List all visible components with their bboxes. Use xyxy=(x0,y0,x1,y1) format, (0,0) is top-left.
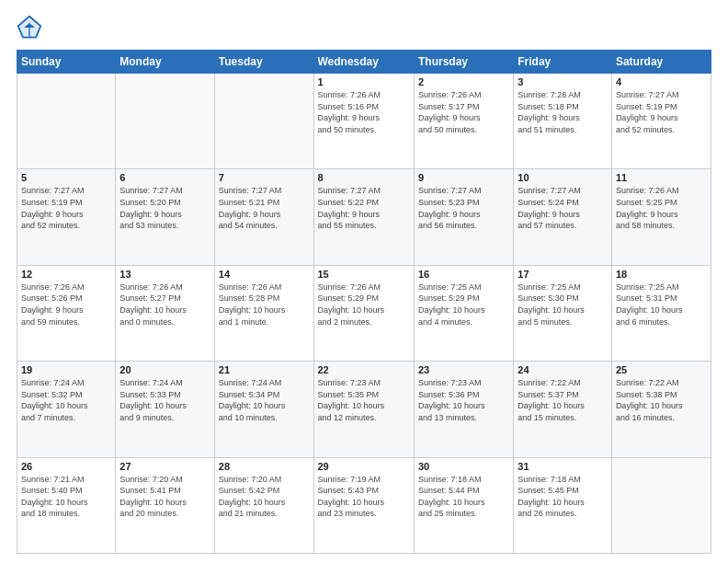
day-number: 21 xyxy=(219,364,310,375)
day-info: Sunrise: 7:22 AMSunset: 5:37 PMDaylight:… xyxy=(518,377,608,423)
day-number: 6 xyxy=(119,172,210,183)
day-number: 30 xyxy=(418,461,509,472)
col-header-thursday: Thursday xyxy=(414,51,513,74)
calendar-cell: 25Sunrise: 7:22 AMSunset: 5:38 PMDayligh… xyxy=(611,362,711,457)
col-header-sunday: Sunday xyxy=(17,51,116,74)
week-row-4: 19Sunrise: 7:24 AMSunset: 5:32 PMDayligh… xyxy=(17,362,711,457)
col-header-wednesday: Wednesday xyxy=(313,51,414,74)
calendar-cell: 18Sunrise: 7:25 AMSunset: 5:31 PMDayligh… xyxy=(611,265,711,361)
day-number: 14 xyxy=(219,269,310,280)
calendar-cell: 16Sunrise: 7:25 AMSunset: 5:29 PMDayligh… xyxy=(414,265,513,361)
calendar-table: SundayMondayTuesdayWednesdayThursdayFrid… xyxy=(17,50,711,554)
day-info: Sunrise: 7:26 AMSunset: 5:17 PMDaylight:… xyxy=(418,89,509,135)
calendar-header-row: SundayMondayTuesdayWednesdayThursdayFrid… xyxy=(17,51,711,74)
calendar-cell xyxy=(611,457,711,553)
calendar-cell: 10Sunrise: 7:27 AMSunset: 5:24 PMDayligh… xyxy=(514,169,612,265)
calendar-cell: 12Sunrise: 7:26 AMSunset: 5:26 PMDayligh… xyxy=(17,265,116,361)
day-number: 26 xyxy=(21,461,111,472)
calendar-cell: 30Sunrise: 7:18 AMSunset: 5:44 PMDayligh… xyxy=(414,457,513,553)
day-info: Sunrise: 7:25 AMSunset: 5:30 PMDaylight:… xyxy=(518,282,608,327)
day-number: 13 xyxy=(119,269,210,280)
calendar-cell: 20Sunrise: 7:24 AMSunset: 5:33 PMDayligh… xyxy=(116,362,214,457)
day-number: 17 xyxy=(518,269,608,280)
calendar-cell xyxy=(17,74,116,169)
calendar-cell: 3Sunrise: 7:26 AMSunset: 5:18 PMDaylight… xyxy=(514,74,612,169)
day-number: 24 xyxy=(518,364,608,375)
day-info: Sunrise: 7:21 AMSunset: 5:40 PMDaylight:… xyxy=(21,474,111,520)
day-info: Sunrise: 7:22 AMSunset: 5:38 PMDaylight:… xyxy=(616,377,707,423)
day-number: 1 xyxy=(318,76,410,87)
day-number: 31 xyxy=(518,461,608,472)
day-info: Sunrise: 7:24 AMSunset: 5:33 PMDaylight:… xyxy=(119,377,210,423)
day-info: Sunrise: 7:26 AMSunset: 5:26 PMDaylight:… xyxy=(21,282,111,327)
week-row-1: 1Sunrise: 7:26 AMSunset: 5:16 PMDaylight… xyxy=(17,74,711,169)
calendar-cell: 2Sunrise: 7:26 AMSunset: 5:17 PMDaylight… xyxy=(414,74,513,169)
calendar-cell: 15Sunrise: 7:26 AMSunset: 5:29 PMDayligh… xyxy=(313,265,414,361)
calendar-cell: 13Sunrise: 7:26 AMSunset: 5:27 PMDayligh… xyxy=(116,265,214,361)
calendar-cell: 31Sunrise: 7:18 AMSunset: 5:45 PMDayligh… xyxy=(514,457,612,553)
calendar-cell: 22Sunrise: 7:23 AMSunset: 5:35 PMDayligh… xyxy=(313,362,414,457)
calendar-cell: 28Sunrise: 7:20 AMSunset: 5:42 PMDayligh… xyxy=(214,457,313,553)
day-info: Sunrise: 7:26 AMSunset: 5:16 PMDaylight:… xyxy=(318,89,410,135)
calendar-cell: 23Sunrise: 7:23 AMSunset: 5:36 PMDayligh… xyxy=(414,362,513,457)
day-number: 3 xyxy=(518,76,608,87)
day-info: Sunrise: 7:27 AMSunset: 5:23 PMDaylight:… xyxy=(418,185,509,231)
logo-icon xyxy=(17,15,42,40)
day-number: 5 xyxy=(21,172,111,183)
day-info: Sunrise: 7:27 AMSunset: 5:20 PMDaylight:… xyxy=(119,185,210,231)
day-number: 20 xyxy=(119,364,210,375)
calendar-cell: 6Sunrise: 7:27 AMSunset: 5:20 PMDaylight… xyxy=(116,169,214,265)
col-header-tuesday: Tuesday xyxy=(214,51,313,74)
day-info: Sunrise: 7:24 AMSunset: 5:34 PMDaylight:… xyxy=(219,377,310,423)
day-info: Sunrise: 7:27 AMSunset: 5:19 PMDaylight:… xyxy=(616,89,707,135)
calendar-cell: 26Sunrise: 7:21 AMSunset: 5:40 PMDayligh… xyxy=(17,457,116,553)
calendar-cell xyxy=(116,74,214,169)
day-info: Sunrise: 7:27 AMSunset: 5:22 PMDaylight:… xyxy=(318,185,410,231)
day-number: 23 xyxy=(418,364,509,375)
day-number: 4 xyxy=(616,76,707,87)
day-number: 18 xyxy=(616,269,707,280)
day-number: 28 xyxy=(219,461,310,472)
calendar-cell: 24Sunrise: 7:22 AMSunset: 5:37 PMDayligh… xyxy=(514,362,612,457)
day-number: 8 xyxy=(318,172,410,183)
calendar-cell: 19Sunrise: 7:24 AMSunset: 5:32 PMDayligh… xyxy=(17,362,116,457)
day-info: Sunrise: 7:18 AMSunset: 5:44 PMDaylight:… xyxy=(418,474,509,520)
day-number: 16 xyxy=(418,269,509,280)
calendar-cell: 14Sunrise: 7:26 AMSunset: 5:28 PMDayligh… xyxy=(214,265,313,361)
col-header-friday: Friday xyxy=(514,51,612,74)
header xyxy=(17,15,711,40)
day-number: 12 xyxy=(21,269,111,280)
day-info: Sunrise: 7:20 AMSunset: 5:42 PMDaylight:… xyxy=(219,474,310,520)
day-info: Sunrise: 7:23 AMSunset: 5:35 PMDaylight:… xyxy=(318,377,410,423)
day-number: 19 xyxy=(21,364,111,375)
day-number: 15 xyxy=(318,269,410,280)
day-info: Sunrise: 7:19 AMSunset: 5:43 PMDaylight:… xyxy=(318,474,410,520)
day-number: 10 xyxy=(518,172,608,183)
day-info: Sunrise: 7:27 AMSunset: 5:24 PMDaylight:… xyxy=(518,185,608,231)
day-info: Sunrise: 7:27 AMSunset: 5:19 PMDaylight:… xyxy=(21,185,111,231)
day-number: 27 xyxy=(119,461,210,472)
day-number: 9 xyxy=(418,172,509,183)
calendar-cell: 29Sunrise: 7:19 AMSunset: 5:43 PMDayligh… xyxy=(313,457,414,553)
week-row-3: 12Sunrise: 7:26 AMSunset: 5:26 PMDayligh… xyxy=(17,265,711,361)
calendar-cell: 7Sunrise: 7:27 AMSunset: 5:21 PMDaylight… xyxy=(214,169,313,265)
day-number: 2 xyxy=(418,76,509,87)
day-info: Sunrise: 7:25 AMSunset: 5:29 PMDaylight:… xyxy=(418,282,509,327)
calendar-cell: 11Sunrise: 7:26 AMSunset: 5:25 PMDayligh… xyxy=(611,169,711,265)
page: SundayMondayTuesdayWednesdayThursdayFrid… xyxy=(0,0,728,563)
day-number: 7 xyxy=(219,172,310,183)
day-info: Sunrise: 7:26 AMSunset: 5:18 PMDaylight:… xyxy=(518,89,608,135)
day-info: Sunrise: 7:27 AMSunset: 5:21 PMDaylight:… xyxy=(219,185,310,231)
day-info: Sunrise: 7:25 AMSunset: 5:31 PMDaylight:… xyxy=(616,282,707,327)
week-row-2: 5Sunrise: 7:27 AMSunset: 5:19 PMDaylight… xyxy=(17,169,711,265)
day-info: Sunrise: 7:26 AMSunset: 5:29 PMDaylight:… xyxy=(318,282,410,327)
day-info: Sunrise: 7:20 AMSunset: 5:41 PMDaylight:… xyxy=(119,474,210,520)
day-info: Sunrise: 7:24 AMSunset: 5:32 PMDaylight:… xyxy=(21,377,111,423)
calendar-cell: 21Sunrise: 7:24 AMSunset: 5:34 PMDayligh… xyxy=(214,362,313,457)
calendar-cell: 9Sunrise: 7:27 AMSunset: 5:23 PMDaylight… xyxy=(414,169,513,265)
day-info: Sunrise: 7:26 AMSunset: 5:25 PMDaylight:… xyxy=(616,185,707,231)
col-header-saturday: Saturday xyxy=(611,51,711,74)
calendar-cell: 1Sunrise: 7:26 AMSunset: 5:16 PMDaylight… xyxy=(313,74,414,169)
day-info: Sunrise: 7:23 AMSunset: 5:36 PMDaylight:… xyxy=(418,377,509,423)
day-number: 11 xyxy=(616,172,707,183)
